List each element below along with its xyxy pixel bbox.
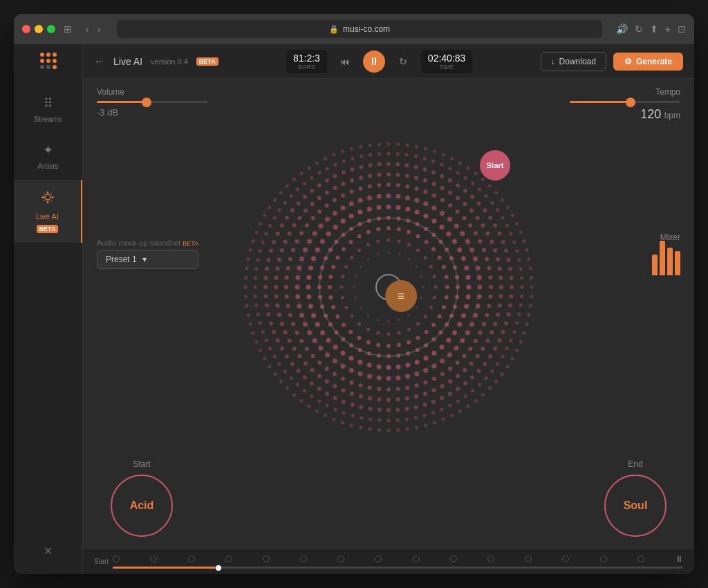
traffic-lights xyxy=(22,25,55,33)
sidebar-item-label: Streams xyxy=(34,115,62,123)
progress-fill xyxy=(113,567,215,569)
timeline-marker xyxy=(375,555,382,562)
add-tab-icon[interactable]: + xyxy=(665,24,671,35)
bottom-section: Start Acid End Soul xyxy=(83,452,694,548)
timeline-track[interactable]: ⏸ xyxy=(113,553,683,570)
timeline-marker xyxy=(337,555,344,562)
mixer-panel: Mixer xyxy=(652,232,680,275)
controls-row: Volume -3 dB Tempo xyxy=(83,79,694,122)
timeline-marker xyxy=(450,555,457,562)
svg-point-0 xyxy=(45,194,50,200)
mixer-bars[interactable] xyxy=(652,248,680,275)
skip-back-button[interactable]: ⏮ xyxy=(334,50,356,73)
toolbar: ← Live AI version 0.4 BETA 81:2:3 BARS ⏮… xyxy=(83,44,694,79)
sidebar-item-label: Live AI xyxy=(36,212,59,221)
menu-node[interactable]: ≡ xyxy=(385,280,417,312)
generate-button[interactable]: ⚙ Generate xyxy=(613,53,683,71)
timeline-start-label: Start xyxy=(94,558,109,565)
timeline-marker xyxy=(188,555,195,562)
time-display: 02:40:83 TIME xyxy=(421,50,473,73)
svg-point-1 xyxy=(46,192,48,194)
forward-button[interactable]: › xyxy=(95,22,104,36)
liveai-icon xyxy=(40,190,55,208)
sidebar-item-streams[interactable]: ⠿ Streams xyxy=(14,86,82,133)
back-button[interactable]: ← xyxy=(94,55,105,68)
lock-icon: 🔒 xyxy=(329,25,339,34)
browser-nav: ‹ › xyxy=(83,22,103,36)
sidebar-bottom: ✕ xyxy=(35,536,61,566)
svg-point-7 xyxy=(44,200,45,201)
tempo-label: Tempo xyxy=(655,87,680,97)
sidebar-item-artists[interactable]: ✦ Artists xyxy=(14,133,82,180)
svg-point-2 xyxy=(46,201,48,203)
sidebar: ⠿ Streams ✦ Artists xyxy=(14,44,83,574)
browser-actions: 🔊 ↻ ⬆ + ⊡ xyxy=(616,24,686,35)
address-bar[interactable]: 🔒 musi-co.com xyxy=(117,20,602,38)
transport-controls: 81:2:3 BARS ⏮ ⏸ ↻ 02:40:83 TIME xyxy=(286,50,472,73)
sidebar-item-label: Artists xyxy=(37,162,59,170)
progress-track[interactable] xyxy=(113,567,683,569)
end-endpoint: End Soul xyxy=(604,459,667,537)
timeline-markers: ⏸ xyxy=(113,554,683,564)
share-icon[interactable]: ⬆ xyxy=(650,24,658,35)
mixer-bar xyxy=(652,255,658,275)
chevron-down-icon: ▾ xyxy=(142,255,147,264)
download-icon: ↓ xyxy=(551,57,555,66)
timeline: Start xyxy=(83,548,694,574)
preset-dropdown[interactable]: Preset 1 ▾ xyxy=(97,250,198,269)
fullscreen-traffic-light[interactable] xyxy=(47,25,55,33)
bpm-unit: bpm xyxy=(664,111,680,120)
timeline-marker xyxy=(562,555,569,562)
volume-control: Volume -3 dB xyxy=(97,87,207,122)
timeline-marker xyxy=(637,555,644,562)
mixer-bar xyxy=(675,251,680,275)
progress-thumb[interactable] xyxy=(216,565,221,571)
timeline-marker: ⏸ xyxy=(675,554,683,564)
url-text: musi-co.com xyxy=(343,24,390,34)
logo[interactable] xyxy=(40,53,57,69)
preset-label: Preset 1 xyxy=(106,255,137,264)
soundset-label: Audio mock-up soundset BETA xyxy=(97,239,198,247)
start-circle[interactable]: Acid xyxy=(111,475,173,537)
svg-point-4 xyxy=(51,196,53,199)
timeline-marker xyxy=(413,555,420,562)
close-icon[interactable]: ✕ xyxy=(44,545,53,557)
download-button[interactable]: ↓ Download xyxy=(541,52,606,71)
bars-display: 81:2:3 BARS xyxy=(286,50,327,73)
start-label: Start xyxy=(133,459,150,469)
mixer-bar xyxy=(667,248,673,275)
play-pause-button[interactable]: ⏸ xyxy=(363,50,385,73)
loop-button[interactable]: ↻ xyxy=(392,50,414,73)
generate-label: Generate xyxy=(636,57,672,66)
tempo-slider[interactable] xyxy=(570,101,680,103)
timeline-marker xyxy=(600,555,607,562)
artists-icon: ✦ xyxy=(43,143,53,158)
main-content: ← Live AI version 0.4 BETA 81:2:3 BARS ⏮… xyxy=(83,44,694,574)
tabs-icon[interactable]: ⊡ xyxy=(678,24,686,35)
streams-icon: ⠿ xyxy=(44,95,53,111)
canvas-area: Volume -3 dB Tempo xyxy=(83,79,694,548)
start-endpoint: Start Acid xyxy=(111,459,173,537)
app-title: Live AI xyxy=(113,56,142,67)
sidebar-item-liveai[interactable]: Live AI BETA xyxy=(14,180,82,243)
circular-visualization: // This is a placeholder - actual dots r… xyxy=(236,135,541,439)
soundset-panel: Audio mock-up soundset BETA Preset 1 ▾ xyxy=(97,239,198,269)
svg-point-8 xyxy=(50,200,52,201)
mixer-label: Mixer xyxy=(652,232,680,242)
minimize-traffic-light[interactable] xyxy=(35,25,43,33)
node-start[interactable]: Start xyxy=(480,150,510,181)
timeline-marker xyxy=(113,555,120,562)
close-traffic-light[interactable] xyxy=(22,25,30,33)
reload-icon[interactable]: ↻ xyxy=(635,24,643,35)
toolbar-actions: ↓ Download ⚙ Generate xyxy=(541,52,683,71)
speaker-icon: 🔊 xyxy=(616,24,628,35)
end-circle[interactable]: Soul xyxy=(604,475,667,537)
version-label: version 0.4 xyxy=(151,57,188,66)
window-icon: ⊞ xyxy=(64,24,72,35)
back-button[interactable]: ‹ xyxy=(83,22,92,36)
tempo-control: Tempo 120 bpm xyxy=(570,87,680,122)
timeline-marker xyxy=(225,555,232,562)
app-container: ⠿ Streams ✦ Artists xyxy=(14,44,694,574)
volume-slider[interactable] xyxy=(97,101,207,103)
svg-point-6 xyxy=(50,193,52,194)
